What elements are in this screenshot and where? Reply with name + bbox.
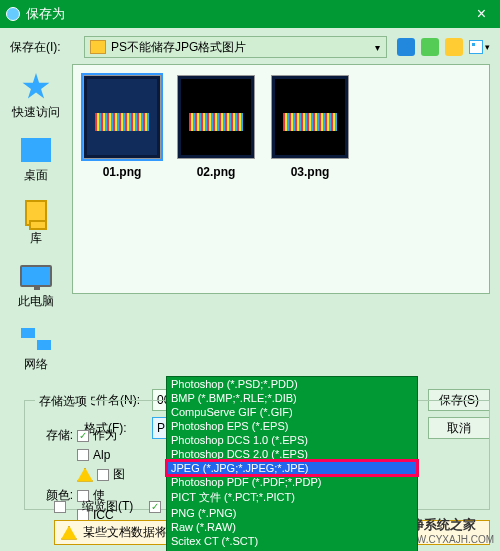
file-item[interactable]: 03.png: [271, 75, 349, 179]
up-level-icon[interactable]: [421, 38, 439, 56]
app-icon: [6, 7, 20, 21]
save-in-row: 保存在(I): PS不能储存JPG格式图片 ▾ ▾: [0, 28, 500, 64]
file-name: 03.png: [271, 165, 349, 179]
format-option[interactable]: PNG (*.PNG): [167, 506, 417, 520]
close-icon[interactable]: ×: [469, 5, 494, 23]
thumbnail-checkbox[interactable]: [54, 501, 66, 513]
sidebar-item-label: 网络: [0, 356, 72, 373]
view-menu-icon[interactable]: ▾: [469, 40, 490, 54]
warning-icon: [77, 468, 93, 482]
format-option[interactable]: BMP (*.BMP;*.RLE;*.DIB): [167, 391, 417, 405]
file-list[interactable]: 01.png 02.png 03.png: [72, 64, 490, 294]
places-sidebar: 快速访问 桌面 库 此电脑 网络: [0, 64, 72, 385]
sidebar-item-label: 此电脑: [0, 293, 72, 310]
lowercase-checkbox[interactable]: ✓: [149, 501, 161, 513]
star-icon: [22, 73, 50, 101]
sidebar-item-thispc[interactable]: 此电脑: [0, 259, 72, 310]
desktop-icon: [21, 138, 51, 162]
network-icon: [21, 328, 51, 350]
file-name: 02.png: [177, 165, 255, 179]
layers-label: 图: [113, 466, 125, 483]
sidebar-item-desktop[interactable]: 桌面: [0, 133, 72, 184]
format-option[interactable]: Raw (*.RAW): [167, 520, 417, 534]
alpha-label: Alp: [93, 448, 110, 462]
format-option[interactable]: Photoshop EPS (*.EPS): [167, 419, 417, 433]
sidebar-item-network[interactable]: 网络: [0, 322, 72, 373]
back-icon[interactable]: [397, 38, 415, 56]
format-option[interactable]: Photoshop DCS 1.0 (*.EPS): [167, 433, 417, 447]
library-icon: [25, 200, 47, 226]
sidebar-item-quick[interactable]: 快速访问: [0, 70, 72, 121]
alpha-checkbox[interactable]: [77, 449, 89, 461]
save-options-title: 存储选项: [35, 393, 91, 410]
thumbnail-label: 缩览图(T): [82, 498, 133, 515]
file-item[interactable]: 01.png: [83, 75, 161, 179]
format-option[interactable]: PICT 文件 (*.PCT;*.PICT): [167, 489, 417, 506]
new-folder-icon[interactable]: [445, 38, 463, 56]
monitor-icon: [20, 265, 52, 287]
layers-checkbox[interactable]: [97, 469, 109, 481]
sidebar-item-label: 桌面: [0, 167, 72, 184]
sidebar-item-label: 快速访问: [0, 104, 72, 121]
format-option-jpeg[interactable]: JPEG (*.JPG;*.JPEG;*.JPE): [167, 461, 417, 475]
titlebar: 保存为 ×: [0, 0, 500, 28]
folder-icon: [90, 40, 106, 54]
asacopy-checkbox[interactable]: ✓: [77, 430, 89, 442]
format-option[interactable]: Photoshop DCS 2.0 (*.EPS): [167, 447, 417, 461]
sidebar-item-library[interactable]: 库: [0, 196, 72, 247]
chevron-down-icon[interactable]: ▾: [369, 42, 386, 53]
file-item[interactable]: 02.png: [177, 75, 255, 179]
asacopy-label: 作为: [93, 427, 117, 444]
format-option[interactable]: Photoshop (*.PSD;*.PDD): [167, 377, 417, 391]
format-dropdown[interactable]: Photoshop (*.PSD;*.PDD) BMP (*.BMP;*.RLE…: [166, 376, 418, 551]
save-in-path: PS不能储存JPG格式图片: [111, 39, 369, 56]
file-name: 01.png: [83, 165, 161, 179]
window-title: 保存为: [26, 5, 65, 23]
warning-icon: [61, 526, 77, 540]
save-in-combo[interactable]: PS不能储存JPG格式图片 ▾: [84, 36, 387, 58]
format-option[interactable]: CompuServe GIF (*.GIF): [167, 405, 417, 419]
format-option[interactable]: Scitex CT (*.SCT): [167, 534, 417, 548]
save-sub-label: 存储:: [33, 427, 73, 444]
format-option[interactable]: Photoshop PDF (*.PDF;*.PDP): [167, 475, 417, 489]
save-in-label: 保存在(I):: [10, 39, 84, 56]
sidebar-item-label: 库: [0, 230, 72, 247]
